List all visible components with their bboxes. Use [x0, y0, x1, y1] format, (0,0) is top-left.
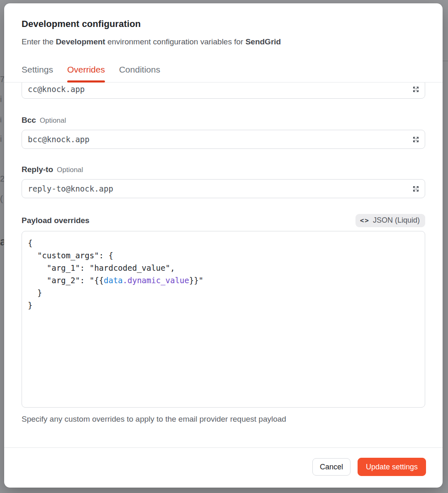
backdrop-fragment: (	[0, 194, 3, 204]
bcc-optional-label: Optional	[40, 117, 66, 125]
backdrop-fragment: i	[0, 116, 2, 124]
reply-to-optional-label: Optional	[57, 166, 83, 174]
bcc-section: Bcc Optional	[22, 116, 425, 149]
cancel-button[interactable]: Cancel	[312, 458, 351, 476]
modal-header: Development configuration Enter the Deve…	[4, 3, 443, 46]
bcc-input[interactable]	[22, 130, 425, 148]
payload-overrides-editor[interactable]: { "custom_args": { "arg_1": "hardcoded_v…	[22, 231, 425, 408]
cc-field-container	[22, 83, 425, 99]
code-icon: <>	[360, 216, 370, 224]
reply-to-section: Reply-to Optional	[22, 165, 425, 198]
cc-input[interactable]	[22, 83, 425, 98]
code-line: "arg_2": "{{data.dynamic_value}}"	[28, 274, 419, 287]
subtitle-environment: Development	[56, 37, 105, 46]
code-line: "custom_args": {	[28, 249, 419, 262]
bcc-field-container	[22, 130, 425, 149]
json-liquid-badge: <> JSON (Liquid)	[355, 214, 425, 227]
backdrop-fragment: i	[0, 134, 2, 144]
payload-overrides-header: Payload overrides <> JSON (Liquid)	[22, 214, 425, 227]
reply-to-input[interactable]	[22, 180, 425, 198]
expand-icon[interactable]	[411, 185, 420, 193]
code-line: "arg_1": "hardcoded_value",	[28, 262, 419, 274]
tab-settings[interactable]: Settings	[22, 65, 53, 82]
modal-footer: Cancel Update settings	[4, 447, 443, 488]
modal-body: Bcc Optional Reply-to Optional	[4, 83, 443, 447]
subtitle-provider: SendGrid	[246, 37, 281, 46]
backdrop-line	[443, 61, 448, 61]
tab-overrides[interactable]: Overrides	[67, 65, 105, 82]
backdrop-fragment: i	[0, 95, 2, 104]
expand-icon[interactable]	[411, 135, 420, 143]
code-line: }	[28, 287, 419, 299]
subtitle-text: environment configuration variables for	[105, 37, 246, 46]
development-configuration-modal: Development configuration Enter the Deve…	[4, 3, 443, 488]
reply-to-label: Reply-to	[22, 165, 53, 174]
code-line: }	[28, 299, 419, 311]
modal-title: Development configuration	[22, 19, 425, 29]
tab-bar: Settings Overrides Conditions	[4, 65, 443, 83]
reply-to-label-row: Reply-to Optional	[22, 165, 425, 174]
update-settings-button[interactable]: Update settings	[358, 458, 426, 476]
payload-overrides-label: Payload overrides	[22, 216, 90, 225]
payload-overrides-help-text: Specify any custom overrides to apply to…	[22, 415, 425, 424]
reply-to-field-container	[22, 179, 425, 198]
modal-subtitle: Enter the Development environment config…	[22, 37, 425, 46]
bcc-label: Bcc	[22, 116, 36, 125]
expand-icon[interactable]	[411, 85, 420, 93]
tab-conditions[interactable]: Conditions	[119, 65, 160, 82]
json-liquid-badge-label: JSON (Liquid)	[373, 216, 420, 225]
bcc-label-row: Bcc Optional	[22, 116, 425, 125]
subtitle-text: Enter the	[22, 37, 56, 46]
code-line: {	[28, 237, 419, 249]
